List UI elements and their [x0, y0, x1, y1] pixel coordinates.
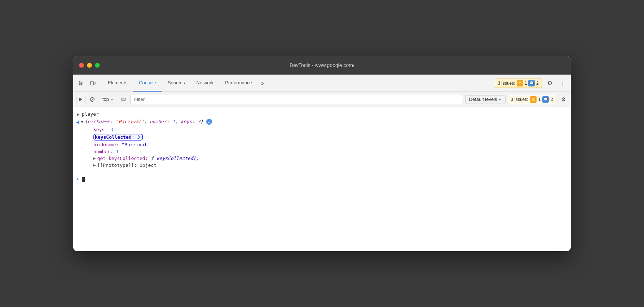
log-levels-button[interactable]: Default levels — [465, 95, 506, 103]
console-toolbar: top Default levels 3 Issues: ⚠ 1 💬 2 ⚙ — [73, 92, 571, 107]
highlight-box: keysCollected: 3 — [93, 134, 143, 141]
spacer — [73, 169, 571, 174]
cursor-icon — [78, 80, 84, 86]
toolbar-icons — [76, 78, 98, 88]
object-row[interactable]: ◀ ▼ {nickname: 'Parzival', number: 1, ke… — [73, 118, 571, 126]
prompt-arrow: > — [76, 177, 79, 182]
device-toolbar-button[interactable] — [88, 78, 98, 88]
settings-button[interactable]: ⚙ — [545, 78, 555, 88]
prototype-expand-arrow[interactable]: ▶ — [93, 163, 96, 168]
svg-line-4 — [91, 98, 94, 101]
inspect-element-button[interactable] — [76, 78, 86, 88]
info-count-badge: 💬 — [528, 80, 535, 86]
prop-getter-row[interactable]: ▶ get keysCollected: f keysCollected() — [73, 155, 571, 162]
prop-nickname-row[interactable]: nickname: "Parzival" — [73, 141, 571, 148]
svg-point-5 — [121, 98, 126, 101]
filter-input[interactable] — [130, 95, 463, 104]
tabs: Elements Console Sources Network Perform… — [102, 75, 495, 92]
console-output: ▶ player ◀ ▼ {nickname: 'Parzival', numb… — [73, 107, 571, 251]
prop-keysc-row[interactable]: keysCollected: 3 — [73, 133, 571, 141]
prop-nickname-content: nickname: "Parzival" — [93, 142, 150, 147]
back-arrow-icon: ◀ — [76, 119, 79, 125]
issues-badge[interactable]: 3 Issues: ⚠ 1 💬 2 — [495, 79, 542, 88]
play-icon — [78, 97, 83, 102]
clear-console-button[interactable] — [76, 95, 85, 104]
console-warn-badge: ⚠ — [530, 96, 537, 103]
tab-network[interactable]: Network — [191, 75, 220, 92]
chevron-down-icon — [110, 98, 113, 101]
console-settings-button[interactable]: ⚙ — [559, 95, 568, 104]
svg-marker-2 — [79, 98, 82, 101]
toolbar-right: 3 Issues: ⚠ 1 💬 2 ⚙ ⋮ — [495, 78, 568, 88]
window-title: DevTools - www.google.com/ — [290, 62, 354, 68]
object-info-icon[interactable]: i — [206, 119, 212, 125]
block-icon-button[interactable] — [88, 95, 97, 104]
more-options-button[interactable]: ⋮ — [558, 78, 568, 88]
minimize-button[interactable] — [87, 63, 92, 68]
maximize-button[interactable] — [95, 63, 100, 68]
svg-rect-1 — [94, 82, 95, 84]
levels-chevron-icon — [499, 98, 502, 101]
prop-number-content: number: 1 — [93, 149, 119, 154]
player-expand-arrow[interactable]: ▶ — [76, 111, 80, 117]
player-row[interactable]: ▶ player — [73, 110, 571, 118]
tab-sources[interactable]: Sources — [162, 75, 191, 92]
prop-getter-content: get keysCollected: f keysCollected() — [97, 156, 199, 161]
block-icon — [90, 97, 95, 102]
getter-expand-arrow[interactable]: ▶ — [93, 156, 96, 161]
prop-prototype-content: [[Prototype]]: Object — [97, 163, 156, 168]
prop-prototype-row[interactable]: ▶ [[Prototype]]: Object — [73, 162, 571, 169]
warn-count-badge: ⚠ — [517, 80, 523, 86]
close-button[interactable] — [79, 63, 84, 68]
tab-elements[interactable]: Elements — [102, 75, 133, 92]
more-tabs-button[interactable]: » — [258, 75, 267, 92]
console-issues-badge[interactable]: 3 Issues: ⚠ 1 💬 2 — [508, 95, 556, 104]
tab-console[interactable]: Console — [133, 75, 162, 92]
eye-button[interactable] — [119, 95, 128, 104]
prop-keys-key: keys: 3 — [93, 127, 113, 132]
titlebar: DevTools - www.google.com/ — [73, 56, 571, 75]
devtools-window: DevTools - www.google.com/ Elements — [73, 56, 571, 251]
traffic-lights — [79, 63, 100, 68]
console-cursor — [82, 177, 85, 182]
devtools-toolbar: Elements Console Sources Network Perform… — [73, 75, 571, 92]
player-label: player — [82, 111, 99, 117]
console-info-badge: 💬 — [542, 96, 549, 103]
prop-keys-row[interactable]: keys: 3 — [73, 126, 571, 133]
tab-performance[interactable]: Performance — [219, 75, 257, 92]
object-preview: {nickname: 'Parzival', number: 1, keys: … — [85, 119, 203, 124]
device-icon — [90, 80, 96, 86]
console-prompt-row[interactable]: > — [73, 174, 571, 184]
object-expand-arrow[interactable]: ▼ — [81, 119, 83, 124]
svg-rect-0 — [91, 81, 93, 85]
svg-point-6 — [123, 99, 124, 100]
eye-icon — [121, 98, 126, 101]
context-selector[interactable]: top — [99, 95, 116, 103]
prop-keysc-content: keysCollected: 3 — [93, 134, 143, 141]
prop-number-row[interactable]: number: 1 — [73, 148, 571, 155]
